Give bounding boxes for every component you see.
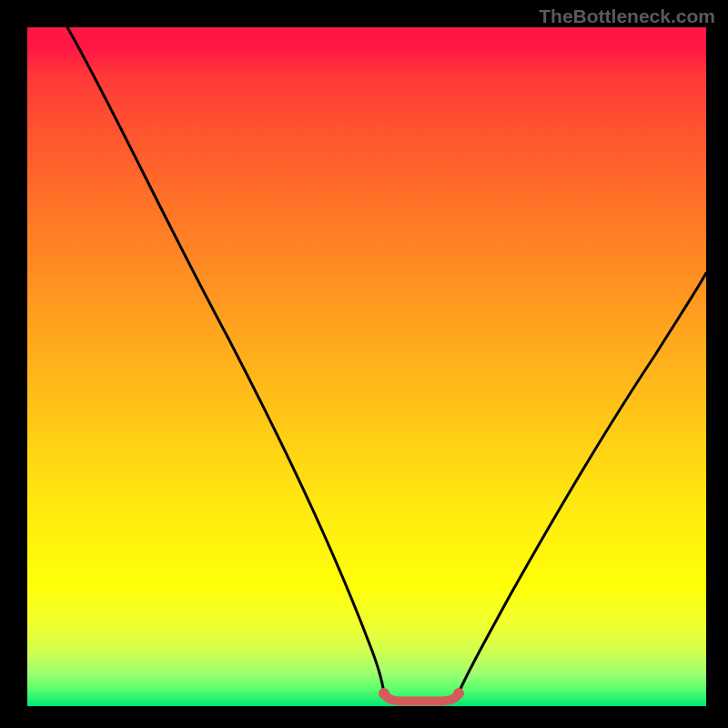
- plot-area: [27, 27, 706, 706]
- right-endpoint-marker: [453, 688, 464, 699]
- flat-bottom-highlight: [384, 693, 459, 702]
- right-curve: [459, 273, 706, 693]
- chart-curves: [27, 27, 706, 706]
- left-endpoint-marker: [379, 688, 389, 699]
- watermark-label: TheBottleneck.com: [539, 5, 715, 27]
- left-curve: [67, 27, 384, 693]
